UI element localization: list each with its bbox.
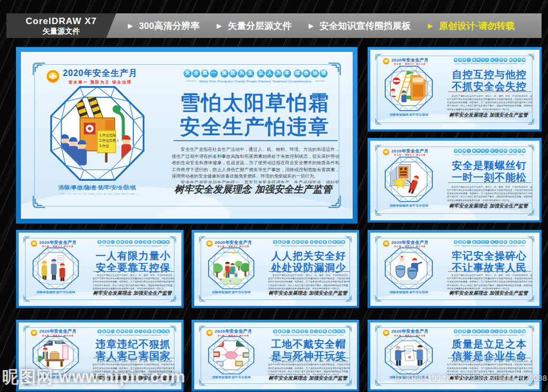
divider-line <box>93 271 174 272</box>
policy-badge-circle: 防 <box>296 329 300 333</box>
policy-badge-circle: 为 <box>481 329 484 333</box>
corner-ornament-icon <box>375 54 382 60</box>
policy-badge-group: 以人为本 <box>257 70 291 78</box>
policy-badge-circle: 为 <box>499 240 503 244</box>
triangle-bullet-icon: ▶ <box>217 23 221 29</box>
logo-title: 2020年安全生产月 <box>39 328 77 334</box>
policy-badge-circle: 合 <box>513 329 517 333</box>
corner-ornament-icon <box>33 195 45 208</box>
policy-badge-circle: 本 <box>504 329 507 333</box>
policy-badges: 安全第一预防为主以人为本综合治理 Safety First, Precautio… <box>267 240 351 247</box>
headline-line-2: 安全要靠互控保 <box>91 262 176 273</box>
headline-line-1: 自控互控与他控 <box>445 68 533 80</box>
policy-badge-row: 安全第一预防为主以人为本综合治理 <box>267 329 351 333</box>
body-paragraph: 安全生产是指在社会生产活动中，通过人、机、物料、环境、方法的和谐运作，使生产过程… <box>447 95 532 111</box>
corner-ornament-icon <box>528 118 534 125</box>
divider-line <box>269 358 349 358</box>
headline-line-1: 牢记安全操碎心 <box>445 250 533 262</box>
policy-badge-circle: 预 <box>292 329 295 333</box>
policy-badge-row: 安全第一预防为主以人为本综合治理 <box>92 240 176 244</box>
policy-badge-circle: 综 <box>509 240 513 244</box>
headline-line-2: 安全生产怕违章 <box>169 115 341 139</box>
octagon-lattice-frame <box>384 65 433 111</box>
policy-badge-row: 安全第一预防为主以人为本综合治理 <box>267 240 351 244</box>
footer-slogan-block: 消/除/事/故/隐/患·筑/牢/安/全/防/线 —— XIAO CHU SHI … <box>380 290 437 295</box>
policy-english-line: Safety First, Precaution Crucial; People… <box>446 63 534 65</box>
policy-badge-circle: 合 <box>332 240 336 244</box>
safety-poster: 2020年安全生产月 安全第一 预防为主 综合治理 安全第一预防为主以人为本综合… <box>368 138 542 222</box>
illustration-octagon <box>384 247 433 289</box>
footer-slogan: 消/除/事/故/隐/患·筑/牢/安/全/防/线 <box>204 375 259 379</box>
policy-english-line: Safety First, Precaution Crucial; People… <box>170 79 341 83</box>
poster-panel: 2020年安全生产月 安全第一 预防为主 综合治理 安全第一预防为主以人为本综合… <box>370 50 539 129</box>
product-subtitle: 矢量源文件 <box>43 27 80 35</box>
policy-badge-group: 预防为主 <box>472 240 489 244</box>
policy-badge-group: 综合治理 <box>153 240 170 244</box>
corner-ornament-icon <box>528 209 534 216</box>
footer-slogan: 消/除/事/故/隐/患·筑/牢/安/全/防/线 <box>380 113 437 116</box>
canvas: CorelDRAW X7 矢量源文件 ▶ 300高清分辨率 ▶ 矢量分层源文件 … <box>0 0 548 392</box>
policy-badge-circle: 综 <box>509 329 513 333</box>
policy-badge-circle: 理 <box>165 329 169 333</box>
policy-badge-group: 以人为本 <box>134 329 151 333</box>
policy-badge-group: 综合治理 <box>153 329 170 333</box>
policy-badge-circle: 主 <box>129 240 133 244</box>
policy-badge-circle: 主 <box>485 240 489 244</box>
policy-badge-circle: 合 <box>513 149 517 152</box>
divider-line <box>448 182 531 183</box>
logo-title: 2020年安全生产月 <box>63 68 138 79</box>
policy-badge-group: 综合治理 <box>509 149 526 152</box>
policy-badge-circle: 全 <box>278 329 281 333</box>
policy-badge-circle: 本 <box>323 329 326 333</box>
poster-body-text: 安全生产是指在社会生产活动中，通过人、机、物料、环境、方法的和谐运作，使生产过程… <box>447 274 532 290</box>
safety-poster: 2020年安全生产月 安全第一 预防为主 综合治理 安全第一预防为主以人为本综合… <box>16 230 184 308</box>
footer-slogan: 消/除/事/故/隐/患·筑/牢/安/全/防/线 <box>204 290 259 294</box>
policy-badge-circle: 第 <box>462 240 466 244</box>
logo-title: 2020年安全生产月 <box>391 328 429 334</box>
policy-badge-row: 安全第一预防为主以人为本综合治理 <box>170 70 341 78</box>
footer-slogan-pinyin: —— XIAO CHU SHI GU YIN HUAN, ZHU LAO AN … <box>380 207 437 209</box>
policy-badge-circle: 以 <box>490 58 494 62</box>
policy-badge-group: 综合治理 <box>328 240 345 244</box>
policy-badge-group: 综合治理 <box>509 329 526 333</box>
policy-badge-circle: 以 <box>257 70 265 78</box>
policy-badge-circle: 合 <box>332 329 336 333</box>
corner-ornament-icon <box>199 326 206 332</box>
policy-badge-circle: 主 <box>246 70 254 78</box>
headline-line-2: 一时一刻不能松 <box>445 171 533 183</box>
policy-badge-group: 安全第一 <box>97 240 115 244</box>
poster-body-text: 安全生产是指在社会生产活动中，通过人、机、物料、环境、方法的和谐运作，使生产过程… <box>447 186 532 204</box>
policy-badge-circle: 综 <box>509 58 513 62</box>
poster-panel: 2020年安全生产月 安全第一 预防为主 综合治理 安全第一预防为主以人为本综合… <box>370 233 539 306</box>
sign-line-1: 1.作业危险 <box>99 133 116 137</box>
poster-panel: 2020年安全生产月 安全第一 预防为主 综合治理 安全第一预防为主以人为本综合… <box>194 322 357 389</box>
policy-english-line: Safety First, Precaution Crucial; People… <box>446 153 534 156</box>
octagon-lattice-frame: 1.作业危险 2.作业负责人 3.作业 <box>49 85 146 182</box>
headline-line-1: 雪怕太阳草怕霜 <box>169 91 341 115</box>
policy-badge-circle: 第 <box>462 329 466 333</box>
policy-badge-circle: 为 <box>499 329 503 333</box>
footer-calligraphy: 树牢安全发展理念 加强安全生产监管 <box>445 203 532 210</box>
policy-badge-row: 安全第一预防为主以人为本综合治理 <box>446 240 534 244</box>
policy-badge-circle: 预 <box>472 240 476 244</box>
policy-badge-circle: 一 <box>467 58 470 62</box>
policy-badge-circle: 为 <box>275 70 283 78</box>
policy-badge-circle: 本 <box>147 329 151 333</box>
divider-line <box>269 271 349 272</box>
poster-headline: 质量是立足之本 信誉是企业生命 <box>445 338 533 362</box>
policy-badges: 安全第一预防为主以人为本综合治理 Safety First, Precautio… <box>446 58 534 65</box>
policy-badge-circle: 一 <box>467 329 470 333</box>
policy-badge-circle: 安 <box>273 240 277 244</box>
policy-badge-circle: 防 <box>229 70 237 78</box>
policy-badge-circle: 为 <box>318 240 322 244</box>
policy-badge-circle: 安 <box>454 149 458 152</box>
footer-slogan: 消/除/事/故/隐/患·筑/牢/安/全/防/线 <box>380 204 437 207</box>
policy-badge-circle: 一 <box>111 329 115 333</box>
policy-badge-circle: 一 <box>286 329 290 333</box>
policy-badge-circle: 防 <box>476 149 480 152</box>
policy-badge-circle: 为 <box>143 329 147 333</box>
octagon-lattice-frame <box>208 247 255 289</box>
octagon-lattice-frame <box>384 247 433 289</box>
banner-item-original: ▶ 原创设计·请勿转载 <box>428 20 515 32</box>
policy-badge-circle: 理 <box>522 149 526 152</box>
